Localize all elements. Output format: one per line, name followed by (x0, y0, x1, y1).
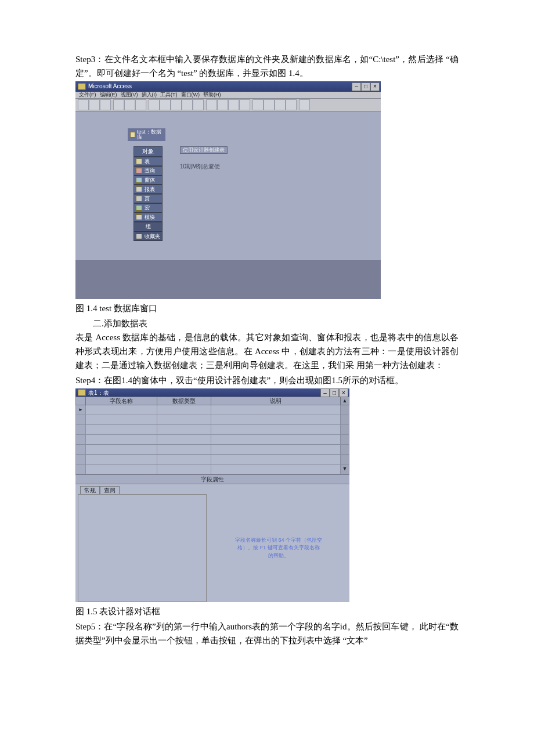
sidebar-item-macro[interactable]: 宏 (134, 203, 163, 213)
query-icon (136, 168, 142, 174)
toolbar-button[interactable] (100, 99, 111, 110)
cell-data-type[interactable] (157, 415, 211, 425)
toolbar-button[interactable] (299, 99, 310, 110)
toolbar-button[interactable] (252, 99, 264, 110)
create-with-designer-button[interactable]: 使用设计器创建表 (180, 146, 228, 154)
row-selector[interactable] (76, 435, 86, 445)
scrollbar-track[interactable] (341, 405, 349, 415)
table-icon (136, 159, 142, 164)
sidebar-item-form[interactable]: 窗体 (134, 175, 163, 185)
maximize-icon[interactable]: □ (361, 82, 370, 91)
property-tabs: 常规 查阅 (80, 486, 345, 494)
menu-edit[interactable]: 编辑(E) (100, 92, 117, 98)
fig14-toolbar (75, 99, 381, 111)
scrollbar-track[interactable] (341, 415, 349, 425)
toolbar-button[interactable] (264, 99, 275, 110)
subheading-add-table: 二.添加数据表 (75, 316, 459, 330)
cell-description[interactable] (211, 445, 341, 455)
toolbar-button[interactable] (239, 99, 250, 110)
cell-description[interactable] (211, 455, 341, 465)
scrollbar-track[interactable] (341, 425, 349, 435)
cell-field-name[interactable] (86, 435, 157, 445)
fig14-lower-band (75, 260, 381, 299)
toolbar-button[interactable] (182, 99, 193, 110)
cell-data-type[interactable] (157, 465, 211, 474)
sidebar-item-module[interactable]: 模块 (134, 213, 163, 222)
fig14-titlebar: Microsoft Access – □ × (75, 81, 381, 92)
minimize-icon[interactable]: – (352, 82, 361, 91)
scrollbar-track[interactable] (341, 435, 349, 445)
cell-field-name[interactable] (86, 415, 157, 425)
sidebar-item-report[interactable]: 报表 (134, 185, 163, 194)
cell-data-type[interactable] (157, 455, 211, 465)
toolbar-button[interactable] (113, 99, 124, 110)
cell-description[interactable] (211, 435, 341, 445)
cell-data-type[interactable] (157, 445, 211, 455)
menu-tools[interactable]: 工具(T) (160, 92, 178, 98)
sidebar-item-table[interactable]: 表 (134, 157, 163, 166)
toolbar-button[interactable] (89, 99, 100, 110)
toolbar-button[interactable] (228, 99, 239, 110)
toolbar-button[interactable] (217, 99, 228, 110)
cell-field-name[interactable] (86, 425, 157, 435)
toolbar-button[interactable] (275, 99, 286, 110)
sidebar-item-page[interactable]: 页 (134, 194, 163, 203)
sidebar-item-favorites[interactable]: 收藏夹 (134, 232, 163, 241)
close-icon[interactable]: × (370, 82, 380, 91)
toolbar-button[interactable] (78, 99, 89, 110)
row-selector[interactable] (76, 445, 86, 455)
menu-help[interactable]: 帮助(H) (203, 92, 221, 98)
document-page: Step3：在文件名文本框中输入要保存数据库的文件夹及新建的数据库名，如“C:\… (0, 0, 534, 707)
toolbar-button[interactable] (206, 99, 217, 110)
toolbar-button[interactable] (171, 99, 182, 110)
minimize-icon[interactable]: – (320, 388, 330, 397)
menu-window[interactable]: 窗口(W) (181, 92, 200, 98)
toolbar-button[interactable] (135, 99, 146, 110)
cell-data-type[interactable] (157, 405, 211, 415)
cell-description[interactable] (211, 405, 341, 415)
property-list[interactable] (78, 494, 207, 602)
tab-lookup[interactable]: 查阅 (100, 486, 120, 494)
hint-pane: 字段名称最长可到 64 个字符（包括空格）。按 F1 键可查看有关字段名称的帮助… (210, 494, 347, 602)
menu-file[interactable]: 文件(F) (79, 92, 96, 98)
row-selector[interactable] (76, 425, 86, 435)
tab-general[interactable]: 常规 (80, 486, 100, 494)
scrollbar-track[interactable] (341, 455, 349, 465)
cell-field-name[interactable] (86, 465, 157, 474)
sidebar-item-query[interactable]: 查询 (134, 166, 163, 175)
cell-description[interactable] (211, 465, 341, 474)
cell-data-type[interactable] (157, 435, 211, 445)
cell-field-name[interactable] (86, 405, 157, 415)
cell-field-name[interactable] (86, 445, 157, 455)
database-window: test：数据库 (128, 128, 165, 141)
row-selector[interactable] (76, 405, 86, 415)
cell-field-name[interactable] (86, 455, 157, 465)
toolbar-button[interactable] (160, 99, 171, 110)
menu-view[interactable]: 视图(V) (121, 92, 138, 98)
fig14-title: Microsoft Access (88, 84, 132, 89)
fig15-titlebar: 表1：表 – □ × (75, 388, 349, 397)
design-grid: 字段名称 数据类型 说明 ▲ ▼ (75, 397, 349, 474)
row-selector[interactable] (76, 415, 86, 425)
row-header-corner (76, 397, 86, 405)
maximize-icon[interactable]: □ (330, 388, 339, 397)
cell-description[interactable] (211, 415, 341, 425)
scrollbar-up-icon[interactable]: ▲ (341, 397, 349, 405)
fig14-menubar: 文件(F) 编辑(E) 视图(V) 插入(I) 工具(T) 窗口(W) 帮助(H… (75, 92, 381, 99)
toolbar-button[interactable] (149, 99, 160, 110)
toolbar-button[interactable] (193, 99, 204, 110)
row-selector[interactable] (76, 455, 86, 465)
page-icon (136, 196, 142, 201)
close-icon[interactable]: × (339, 388, 348, 397)
toolbar-button[interactable] (124, 99, 135, 110)
toolbar-button[interactable] (286, 99, 297, 110)
step5-text: Step5：在“字段名称”列的第一行中输入authors表的第一个字段的名字id… (75, 620, 459, 647)
scrollbar-down-icon[interactable]: ▼ (341, 465, 349, 474)
menu-insert[interactable]: 插入(I) (142, 92, 157, 98)
form-icon (136, 177, 142, 183)
row-selector[interactable] (76, 465, 86, 474)
cell-data-type[interactable] (157, 425, 211, 435)
scrollbar-track[interactable] (341, 445, 349, 455)
cell-description[interactable] (211, 425, 341, 435)
col-data-type: 数据类型 (157, 397, 211, 405)
